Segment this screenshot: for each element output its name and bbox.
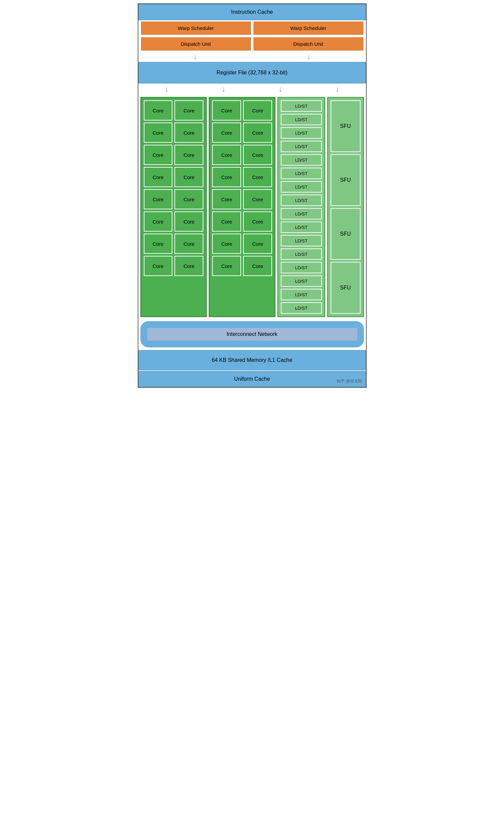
core-row-2-2: Core Core [212,123,272,143]
arrow-2: ↓ [307,53,311,61]
core-2-7: Core [212,167,241,187]
ldst-12: LD/ST [281,248,322,260]
arrow-3: ↓ [165,85,169,94]
ldst-13: LD/ST [281,262,322,273]
core-1-13: Core [144,234,173,254]
core-1-15: Core [144,256,173,276]
core-row-1-7: Core Core [144,234,204,254]
diagram-wrapper: Instruction Cache Warp Scheduler Warp Sc… [138,3,367,388]
arrow-4: ↓ [222,85,226,94]
core-row-1-2: Core Core [144,123,204,143]
ldst-7: LD/ST [281,181,322,193]
core-2-11: Core [212,211,241,232]
uniform-cache-label: Uniform Cache [234,376,270,382]
arrow-1: ↓ [193,53,197,61]
core-2-5: Core [212,145,241,165]
arrow-5: ↓ [279,85,282,94]
ldst-15: LD/ST [281,289,322,300]
core-row-1-4: Core Core [144,167,204,187]
core-1-4: Core [174,123,203,143]
watermark: 知乎 @捏太阳 [337,378,362,384]
ldst-3: LD/ST [281,127,322,139]
core-2-14: Core [243,234,272,254]
core-1-9: Core [144,189,173,209]
core-2-1: Core [212,100,241,121]
ldst-10: LD/ST [281,221,322,233]
core-group-2: Core Core Core Core Core Core Core Core … [209,97,275,317]
ldst-4: LD/ST [281,141,322,152]
core-row-1-1: Core Core [144,100,204,121]
interconnect-network: Interconnect Network [140,321,364,347]
core-row-2-6: Core Core [212,211,272,232]
dispatch-unit-row: Dispatch Unit Dispatch Unit [138,36,366,52]
core-row-1-8: Core Core [144,256,204,276]
instruction-cache: Instruction Cache [138,4,366,20]
core-1-11: Core [144,211,173,232]
core-2-8: Core [243,167,272,187]
core-1-2: Core [174,100,203,121]
core-2-4: Core [243,123,272,143]
cores-section: Core Core Core Core Core Core Core Core … [138,95,366,319]
core-row-2-5: Core Core [212,189,272,209]
core-row-1-6: Core Core [144,211,204,232]
core-2-9: Core [212,189,241,209]
ldst-1: LD/ST [281,100,322,112]
ldst-6: LD/ST [281,168,322,179]
core-2-15: Core [212,256,241,276]
core-1-7: Core [144,167,173,187]
uniform-cache: Uniform Cache 知乎 @捏太阳 [138,371,366,387]
core-1-12: Core [174,211,203,232]
ldst-5: LD/ST [281,154,322,166]
core-2-6: Core [243,145,272,165]
dispatch-unit-2: Dispatch Unit [254,37,363,50]
core-2-2: Core [243,100,272,121]
core-1-6: Core [174,145,203,165]
core-1-14: Core [174,234,203,254]
sfu-1: SFU [331,100,361,152]
sfu-group: SFU SFU SFU SFU [327,97,364,317]
warp-scheduler-row: Warp Scheduler Warp Scheduler [138,20,366,36]
core-row-1-3: Core Core [144,145,204,165]
register-file: Register File (32,768 x 32-bit) [138,62,366,83]
ldst-9: LD/ST [281,208,322,219]
warp-scheduler-1: Warp Scheduler [141,22,251,35]
core-2-16: Core [243,256,272,276]
arrow-6: ↓ [336,85,339,94]
core-1-5: Core [144,145,173,165]
shared-memory: 64 KB Shared Memory /L1 Cache [138,350,366,370]
core-1-16: Core [174,256,203,276]
core-2-3: Core [212,123,241,143]
core-1-3: Core [144,123,173,143]
sfu-2: SFU [331,154,361,206]
ldst-8: LD/ST [281,195,322,206]
dispatch-unit-1: Dispatch Unit [141,37,251,50]
core-1-8: Core [174,167,203,187]
core-row-2-7: Core Core [212,234,272,254]
core-row-2-3: Core Core [212,145,272,165]
ldst-group: LD/ST LD/ST LD/ST LD/ST LD/ST LD/ST LD/S… [277,97,325,317]
ldst-14: LD/ST [281,275,322,287]
warp-scheduler-2: Warp Scheduler [254,22,363,35]
sfu-4: SFU [331,262,361,314]
core-2-13: Core [212,234,241,254]
ldst-16: LD/ST [281,302,322,314]
core-1-1: Core [144,100,173,121]
arrow-row-1: ↓ ↓ [138,52,366,62]
core-row-2-4: Core Core [212,167,272,187]
core-row-2-1: Core Core [212,100,272,121]
arrow-row-2: ↓ ↓ ↓ ↓ [138,83,366,95]
ldst-11: LD/ST [281,235,322,246]
core-2-10: Core [243,189,272,209]
sfu-3: SFU [331,208,361,260]
core-1-10: Core [174,189,203,209]
core-group-1: Core Core Core Core Core Core Core Core … [140,97,207,317]
core-2-12: Core [243,211,272,232]
core-row-2-8: Core Core [212,256,272,276]
core-row-1-5: Core Core [144,189,204,209]
ldst-2: LD/ST [281,114,322,125]
